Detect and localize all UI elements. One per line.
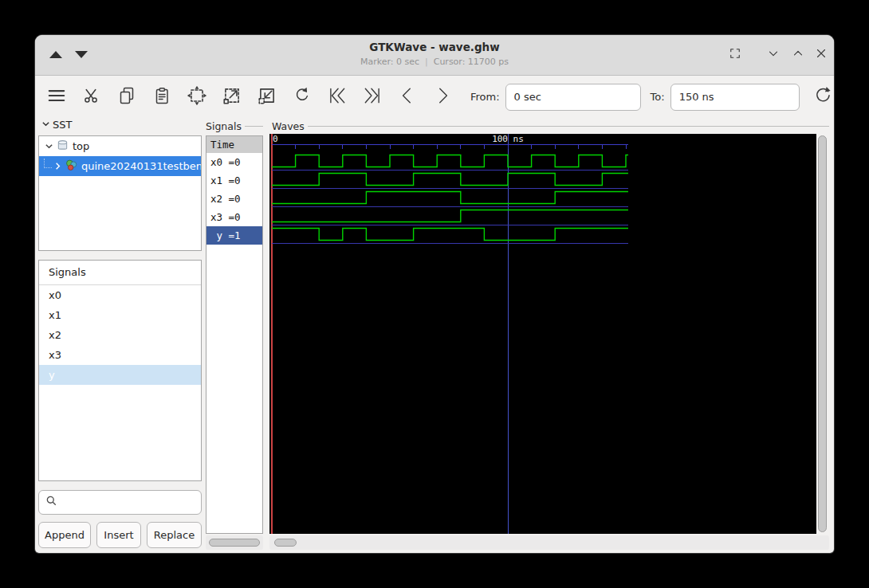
step-back-button[interactable] <box>397 87 418 108</box>
go-to-end-icon <box>362 85 383 109</box>
waves-vertical-scrollbar[interactable] <box>818 135 828 532</box>
insert-button[interactable]: Insert <box>96 522 141 548</box>
zoom-in-selection-button[interactable] <box>222 87 242 108</box>
chevron-down-icon <box>41 119 53 131</box>
desktop-background: { "window": { "title": "GTKWave - wave.g… <box>0 0 869 588</box>
tree-item-label: top <box>73 140 89 152</box>
go-to-start-button[interactable] <box>327 87 348 108</box>
gtkwave-window: GTKWave - wave.ghw Marker: 0 sec|Cursor:… <box>35 35 834 553</box>
tree-item-top[interactable]: top <box>39 136 201 156</box>
from-input[interactable] <box>505 84 641 111</box>
marker-status: Marker: 0 sec <box>360 57 419 67</box>
paste-button[interactable] <box>151 87 172 108</box>
fullscreen-button[interactable] <box>726 46 744 64</box>
reload-button[interactable] <box>812 87 833 108</box>
search-icon <box>45 495 57 510</box>
replace-button[interactable]: Replace <box>147 522 202 548</box>
entity-spheres-icon <box>65 159 81 174</box>
scrollbar-thumb[interactable] <box>274 539 297 547</box>
waveform-canvas[interactable]: 0100 ns <box>269 134 816 534</box>
expander-down-icon[interactable] <box>45 142 53 151</box>
svg-text:100 ns: 100 ns <box>492 134 524 144</box>
close-icon <box>814 46 828 64</box>
go-to-end-button[interactable] <box>362 87 383 108</box>
signals-frame-label: Signals <box>206 120 242 132</box>
time-header[interactable]: Time <box>206 136 262 153</box>
search-box[interactable] <box>38 490 202 515</box>
scrollbar-thumb[interactable] <box>209 539 260 547</box>
waves-frame-label: Waves <box>272 120 305 132</box>
module-cylinder-icon <box>57 139 73 154</box>
list-item-x1[interactable]: x1 <box>39 305 201 325</box>
minimize-button[interactable] <box>765 46 782 64</box>
zoom-out-selection-icon <box>257 85 277 109</box>
sst-expander[interactable]: SST <box>41 119 72 131</box>
wave-display[interactable]: 0100 ns <box>269 134 816 534</box>
signal-browser-header: Signals <box>39 261 201 285</box>
list-item-y[interactable]: y <box>39 365 201 385</box>
zoom-out-selection-button[interactable] <box>257 87 277 108</box>
values-horizontal-scrollbar[interactable] <box>206 535 263 550</box>
zoom-in-selection-icon <box>222 85 242 109</box>
value-row-y[interactable]: y =1 <box>206 226 262 245</box>
append-button[interactable]: Append <box>38 522 91 548</box>
list-item-x3[interactable]: x3 <box>39 345 201 365</box>
frame-line <box>245 126 263 127</box>
signals-frame: Signals <box>206 120 263 132</box>
value-row-x3[interactable]: x3 =0 <box>206 208 262 226</box>
copy-icon <box>117 86 136 108</box>
status-line: Marker: 0 sec|Cursor: 11700 ps <box>35 57 834 67</box>
to-label: To: <box>651 91 665 103</box>
step-back-icon <box>397 85 418 109</box>
step-forward-button[interactable] <box>432 87 453 108</box>
status-separator: | <box>425 57 428 67</box>
titlebar[interactable]: GTKWave - wave.ghw Marker: 0 sec|Cursor:… <box>35 35 834 76</box>
list-item-x2[interactable]: x2 <box>39 325 201 345</box>
signal-browser: Signals x0 x1 x2 x3 y <box>38 260 202 481</box>
toolbar: From: To: <box>35 76 834 118</box>
cursor-status: Cursor: 11700 ps <box>434 57 509 67</box>
sst-tree: top quine20240131testbench <box>38 135 202 251</box>
svg-text:0: 0 <box>273 134 278 144</box>
waves-frame: Waves <box>272 120 829 132</box>
fit-selection-icon <box>187 85 207 109</box>
values-panel: Time x0 =0 x1 =0 x2 =0 x3 =0 y =1 <box>206 135 263 534</box>
search-input[interactable] <box>62 496 193 509</box>
maximize-button[interactable] <box>789 46 807 64</box>
frame-line <box>308 126 829 127</box>
scrollbar-thumb[interactable] <box>818 135 827 532</box>
paste-icon <box>152 86 171 108</box>
fit-selection-button[interactable] <box>187 87 207 108</box>
menu-icon <box>46 85 67 109</box>
cut-icon <box>82 86 101 108</box>
tree-item-testbench[interactable]: quine20240131testbench <box>39 156 201 176</box>
list-item-x0[interactable]: x0 <box>39 285 201 305</box>
window-title: GTKWave - wave.ghw <box>35 41 834 53</box>
expander-right-icon[interactable] <box>53 162 62 171</box>
go-to-start-icon <box>327 85 348 109</box>
step-forward-icon <box>432 85 453 109</box>
from-label: From: <box>470 91 500 103</box>
to-input[interactable] <box>670 84 800 111</box>
cut-button[interactable] <box>81 87 102 108</box>
waves-horizontal-scrollbar[interactable] <box>269 535 829 550</box>
chevron-down-icon <box>766 46 781 64</box>
reload-icon <box>812 85 833 109</box>
close-button[interactable] <box>812 46 830 64</box>
sst-header-label: SST <box>53 119 72 131</box>
undo-button[interactable] <box>292 87 313 108</box>
value-row-x2[interactable]: x2 =0 <box>206 190 262 208</box>
value-row-x0[interactable]: x0 =0 <box>206 153 262 171</box>
tree-elbow <box>44 159 52 168</box>
fullscreen-icon <box>728 46 742 64</box>
tree-item-label: quine20240131testbench <box>81 160 201 172</box>
menu-button[interactable] <box>46 87 67 108</box>
undo-icon <box>293 86 312 108</box>
copy-button[interactable] <box>116 87 137 108</box>
value-row-x1[interactable]: x1 =0 <box>206 171 262 190</box>
chevron-up-icon <box>791 46 805 64</box>
